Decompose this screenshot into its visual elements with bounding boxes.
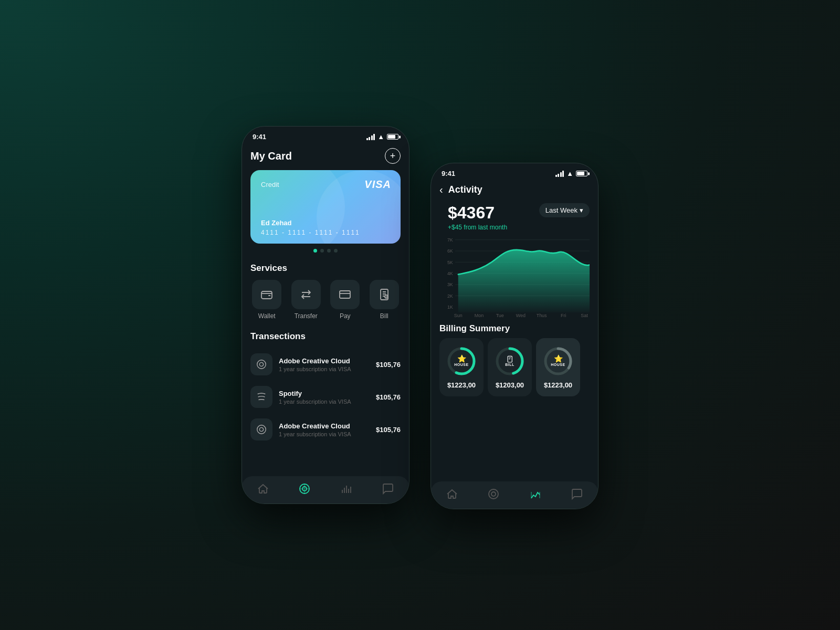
billing-amount-1: $1223,00	[447, 381, 476, 389]
status-time-left: 9:41	[253, 133, 266, 141]
svg-text:4K: 4K	[447, 271, 454, 276]
donut-house-2: ⭐ HOUSE	[542, 345, 574, 377]
svg-point-37	[489, 489, 498, 499]
billing-amount-2: $1203,00	[496, 381, 524, 389]
svg-text:Mon: Mon	[475, 313, 484, 318]
billing-card-bill[interactable]: BILL $1203,00	[488, 338, 532, 396]
nav-wallet-left[interactable]	[298, 482, 311, 495]
bill-icon-2: BILL	[505, 355, 514, 367]
svg-point-6	[257, 425, 266, 434]
service-transfer[interactable]: Transfer	[291, 280, 321, 320]
tx-sub-1: 1 year subscription via VISA	[279, 366, 370, 372]
tx-info-1: Adobe Creative Cloud 1 year subscription…	[279, 357, 370, 372]
status-icons-right: ▲	[555, 170, 587, 177]
wifi-icon: ▲	[377, 133, 384, 141]
svg-text:6K: 6K	[447, 248, 454, 254]
main-amount: $4367	[448, 203, 507, 223]
card-type: Credit	[261, 181, 279, 188]
svg-text:Tue: Tue	[496, 313, 504, 318]
status-icons-left: ▲	[366, 133, 398, 141]
tx-info-3: Adobe Creative Cloud 1 year subscription…	[279, 422, 370, 437]
transaction-item-3[interactable]: Adobe Creative Cloud 1 year subscription…	[246, 413, 405, 446]
donut-house-1: ⭐ HOUSE	[446, 345, 477, 377]
billing-cards: ⭐ HOUSE $1223,00 BILL	[431, 338, 598, 396]
svg-text:Fri: Fri	[561, 313, 566, 318]
svg-text:Sun: Sun	[454, 313, 463, 318]
svg-text:1K: 1K	[447, 304, 454, 310]
amount-row: $4367 +$45 from last month Last Week ▾	[431, 201, 598, 234]
svg-text:Sat: Sat	[581, 313, 588, 318]
battery-icon-right	[576, 171, 587, 176]
billing-title: Billing Summery	[431, 318, 598, 338]
svg-rect-1	[340, 291, 350, 298]
transaction-item-1[interactable]: Adobe Creative Cloud 1 year subscription…	[246, 348, 405, 381]
billing-card-house-1[interactable]: ⭐ HOUSE $1223,00	[439, 338, 484, 396]
phone-right: 9:41 ▲ ‹ Activity $4367 +$45 from last m…	[430, 163, 598, 509]
signal-icon	[366, 134, 375, 140]
service-wallet-label: Wallet	[258, 312, 276, 320]
card-header: My Card +	[242, 144, 409, 170]
chevron-down-icon: ▾	[580, 206, 583, 214]
chart-svg: 7K 6K 5K 4K 3K 2K 1K Sun Mon Tue Wed Thu…	[439, 234, 590, 318]
service-pay[interactable]: Pay	[330, 280, 360, 320]
page-title: My Card	[250, 150, 292, 162]
status-time-right: 9:41	[442, 170, 455, 177]
dot-3[interactable]	[327, 249, 331, 253]
back-button[interactable]: ‹	[439, 184, 443, 196]
card-holder: Ed Zehad	[261, 219, 292, 227]
pay-icon	[330, 280, 360, 309]
service-bill-label: Bill	[380, 312, 388, 320]
nav-chat-left[interactable]	[382, 482, 394, 495]
spotify-icon	[250, 386, 272, 408]
tx-name-2: Spotify	[279, 390, 370, 397]
adobe-icon-2	[250, 418, 272, 440]
dot-2[interactable]	[320, 249, 324, 253]
nav-wallet-right[interactable]	[487, 488, 500, 500]
nav-chart-right[interactable]	[529, 488, 542, 500]
nav-chat-right[interactable]	[571, 488, 583, 500]
dot-1[interactable]	[313, 249, 317, 253]
svg-point-7	[259, 427, 263, 431]
svg-point-5	[259, 362, 263, 366]
service-wallet[interactable]: Wallet	[252, 280, 281, 320]
card-brand: VISA	[364, 178, 391, 191]
activity-chart: 7K 6K 5K 4K 3K 2K 1K Sun Mon Tue Wed Thu…	[431, 234, 598, 318]
transfer-icon	[291, 280, 321, 309]
svg-point-3	[385, 295, 388, 298]
svg-text:Wed: Wed	[516, 313, 526, 318]
tx-info-2: Spotify 1 year subscription via VISA	[279, 390, 370, 405]
period-selector[interactable]: Last Week ▾	[539, 203, 590, 217]
transactions-title: Transections	[242, 326, 409, 348]
tx-name-3: Adobe Creative Cloud	[279, 422, 370, 430]
nav-chart-left[interactable]	[340, 482, 353, 495]
svg-text:Thus: Thus	[537, 313, 547, 318]
add-button[interactable]: +	[385, 148, 401, 164]
billing-card-house-2[interactable]: ⭐ HOUSE $1223,00	[536, 338, 580, 396]
svg-point-38	[491, 492, 496, 496]
amount-change: +$45 from last month	[448, 224, 507, 231]
card-indicator	[242, 249, 409, 253]
svg-text:5K: 5K	[447, 259, 454, 265]
signal-icon-right	[555, 171, 564, 177]
nav-home-left[interactable]	[257, 482, 269, 495]
tx-amount-1: $105,76	[376, 361, 401, 369]
tx-name-1: Adobe Creative Cloud	[279, 357, 370, 365]
svg-point-4	[257, 360, 266, 369]
services-grid: Wallet Transfer Pay	[242, 280, 409, 326]
activity-header: ‹ Activity	[431, 181, 598, 201]
house-icon-1: ⭐ HOUSE	[454, 355, 468, 367]
transaction-item-2[interactable]: Spotify 1 year subscription via VISA $10…	[246, 381, 405, 413]
service-bill[interactable]: Bill	[370, 280, 399, 320]
nav-home-right[interactable]	[446, 488, 458, 500]
battery-icon	[387, 134, 398, 140]
phone-left: 9:41 ▲ My Card + Credit VISA Ed Zehad 41…	[242, 126, 410, 504]
transactions-list: Adobe Creative Cloud 1 year subscription…	[242, 348, 409, 446]
card-number: 4111 - 1111 - 1111 - 1111	[261, 229, 360, 236]
services-title: Services	[242, 258, 409, 280]
tx-amount-3: $105,76	[376, 426, 401, 434]
dot-4[interactable]	[334, 249, 338, 253]
tx-amount-2: $105,76	[376, 393, 401, 401]
status-bar-right: 9:41 ▲	[431, 163, 598, 181]
billing-amount-3: $1223,00	[544, 381, 572, 389]
tx-sub-3: 1 year subscription via VISA	[279, 431, 370, 437]
